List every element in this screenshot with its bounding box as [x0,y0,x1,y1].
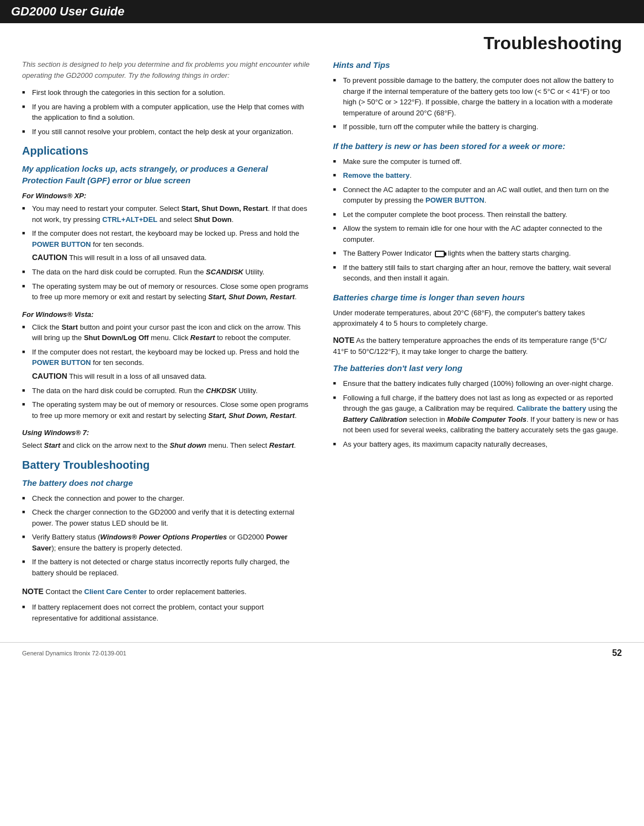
list-item: You may need to restart your computer. S… [22,203,311,225]
note-block-2: NOTE As the battery temperature approach… [333,335,622,357]
left-column: This section is designed to help you det… [22,59,311,631]
list-item: First look through the categories in thi… [22,87,311,98]
stored-week-bullets: Make sure the computer is turned off. Re… [333,156,622,284]
battery-does-not-charge-bullets: Check the connection and power to the ch… [22,493,311,579]
list-item: The Battery Power Indicator lights when … [333,248,622,259]
battery-icon [435,251,445,257]
windows-xp-bullets: You may need to restart your computer. S… [22,203,311,303]
dont-last-heading: The batteries don't last very long [333,362,622,374]
caution-block: CAUTION This will result in a loss of al… [32,252,311,263]
dont-last-bullets: Ensure that the battery indicates fully … [333,378,622,449]
list-item: Check the connection and power to the ch… [22,493,311,504]
page-footer: General Dynamics Itronix 72-0139-001 52 [0,642,644,664]
windows-vista-bullets: Click the Start button and point your cu… [22,322,311,421]
list-item: Connect the AC adapter to the computer a… [333,184,622,206]
list-item: If the battery still fails to start char… [333,262,622,284]
list-item: The data on the hard disk could be corru… [22,267,311,278]
list-item: Check the charger connection to the GD20… [22,507,311,528]
page-title-section: Troubleshooting [0,23,644,59]
application-lockup-heading: My application locks up, acts strangely,… [22,163,311,186]
intro-bullets: First look through the categories in thi… [22,87,311,137]
hints-tips-bullets: To prevent possible damage to the batter… [333,75,622,133]
list-item: Click the Start button and point your cu… [22,322,311,343]
list-item: As your battery ages, its maximum capaci… [333,439,622,450]
list-item: Following a full charge, if the battery … [333,393,622,436]
battery-troubleshooting-heading: Battery Troubleshooting [22,459,311,472]
charge-time-heading: Batteries charge time is longer than sev… [333,292,622,303]
applications-heading: Applications [22,145,311,157]
windows-vista-label: For Windows® Vista: [22,310,311,319]
list-item: If you are having a problem with a compu… [22,102,311,123]
content-wrapper: This section is designed to help you det… [0,59,644,631]
right-column: Hints and Tips To prevent possible damag… [333,59,622,631]
list-item: If battery replacement does not correct … [22,602,311,623]
page-header: GD2000 User Guide [0,0,644,23]
windows-7-label: Using Windows® 7: [22,428,311,437]
battery-does-not-charge-heading: The battery does not charge [22,477,311,489]
list-item: Let the computer complete the boot proce… [333,209,622,220]
list-item: If the battery is not detected or charge… [22,557,311,578]
list-item: If possible, turn off the computer while… [333,121,622,133]
hints-tips-heading: Hints and Tips [333,59,622,71]
list-item: If the computer does not restart, the ke… [22,347,311,382]
intro-text: This section is designed to help you det… [22,59,311,81]
list-item: The operating system may be out of memor… [22,399,311,421]
list-item: Ensure that the battery indicates fully … [333,378,622,389]
list-item: Make sure the computer is turned off. [333,156,622,167]
list-item: To prevent possible damage to the batter… [333,75,622,118]
list-item: The data on the hard disk could be corru… [22,385,311,396]
windows-7-text: Select Start and click on the arrow next… [22,440,311,451]
list-item: The operating system may be out of memor… [22,281,311,303]
list-item: Verify Battery status (Windows® Power Op… [22,532,311,553]
list-item: If the computer does not restart, the ke… [22,228,311,263]
footer-company: General Dynamics Itronix 72-0139-001 [22,650,126,656]
stored-week-heading: If the battery is new or has been stored… [333,140,622,152]
guide-title: GD2000 User Guide [11,4,124,19]
list-item: If you still cannot resolve your problem… [22,126,311,137]
windows-xp-label: For Windows® XP: [22,192,311,200]
charge-time-text: Under moderate temperatures, about 20°C … [333,308,622,329]
note-block-1: NOTE Contact the Client Care Center to o… [22,586,311,597]
battery-extra-bullets: If battery replacement does not correct … [22,602,311,623]
footer-page-number: 52 [612,648,622,658]
page-title: Troubleshooting [483,33,622,53]
list-item: Allow the system to remain idle for one … [333,223,622,245]
list-item: Remove the battery. [333,170,622,181]
caution-block: CAUTION This will result in a loss of al… [32,370,311,382]
